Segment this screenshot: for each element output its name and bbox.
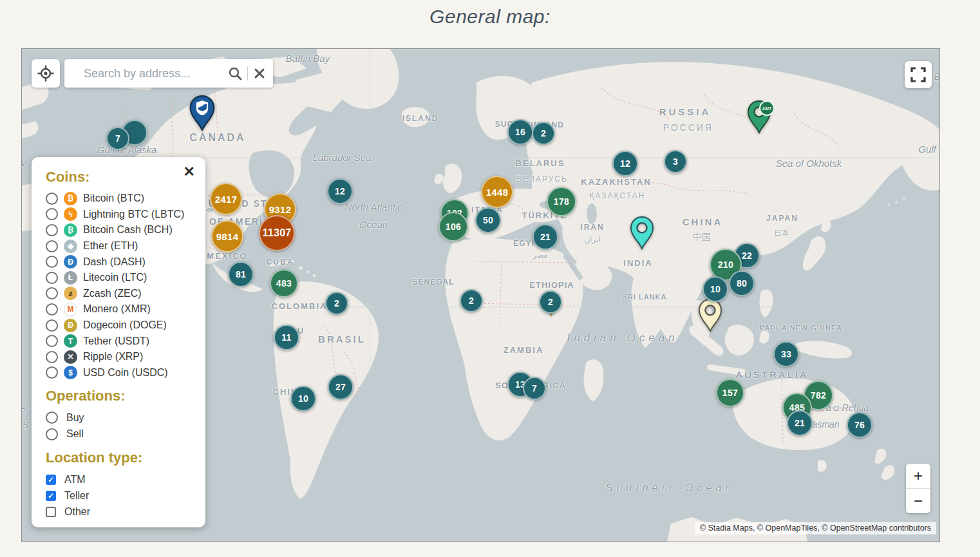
- cluster-marker[interactable]: 2417: [210, 183, 242, 215]
- cluster-marker[interactable]: 10: [702, 276, 728, 302]
- cluster-marker[interactable]: 80: [729, 270, 755, 296]
- cream-pin[interactable]: [698, 299, 722, 332]
- operation-option-sell[interactable]: Sell: [46, 426, 205, 442]
- coin-option-btc[interactable]: ₿Bitcoin (BTC): [46, 191, 205, 207]
- cluster-marker[interactable]: 106: [438, 212, 468, 241]
- coin-option-usdc[interactable]: $USD Coin (USDC): [46, 365, 205, 381]
- location-type-option-other[interactable]: Other: [46, 504, 205, 520]
- cluster-marker[interactable]: 7: [523, 377, 546, 400]
- cluster-marker[interactable]: 10: [290, 386, 316, 411]
- radio-doge[interactable]: [46, 319, 58, 332]
- location-type-heading: Location type:: [46, 449, 205, 466]
- operation-option-buy[interactable]: Buy: [46, 410, 205, 426]
- operator-logo-pin[interactable]: [189, 95, 216, 131]
- ltc-icon: Ł: [64, 271, 77, 285]
- cluster-marker[interactable]: 27: [328, 374, 353, 400]
- radio-btc[interactable]: [46, 193, 58, 205]
- checkbox-teller[interactable]: ✓: [46, 491, 56, 501]
- cluster-marker[interactable]: 2: [325, 292, 348, 315]
- coin-option-bch[interactable]: ₿Bitcoin Cash (BCH): [46, 222, 205, 238]
- btc-icon: ₿: [64, 192, 77, 205]
- cluster-marker[interactable]: 21: [787, 410, 813, 436]
- zoom-out-button[interactable]: −: [906, 489, 930, 513]
- doge-icon: Đ: [64, 319, 77, 332]
- cluster-marker[interactable]: 2: [532, 122, 555, 145]
- location-type-option-atm[interactable]: ✓ATM: [46, 471, 205, 487]
- coin-option-dash[interactable]: ĐDash (DASH): [46, 254, 205, 270]
- operation-label: Sell: [66, 428, 84, 440]
- cluster-marker[interactable]: 9814: [211, 220, 243, 252]
- clear-search-icon[interactable]: [254, 68, 265, 79]
- cluster-marker[interactable]: 12: [612, 151, 638, 176]
- cluster-marker[interactable]: 33: [773, 341, 799, 367]
- coin-option-lbtc[interactable]: ϟLightning BTC (LBTC): [46, 207, 205, 223]
- coin-label: Dogecoin (DOGE): [83, 319, 167, 331]
- radio-xmr[interactable]: [46, 303, 58, 316]
- cluster-marker[interactable]: 50: [475, 207, 501, 233]
- geolocate-button[interactable]: [32, 59, 60, 88]
- coin-label: Bitcoin (BTC): [83, 193, 144, 204]
- coin-option-doge[interactable]: ĐDogecoin (DOGE): [46, 317, 205, 334]
- cluster-marker[interactable]: 76: [847, 412, 872, 438]
- coin-label: Tether (USDT): [83, 335, 149, 347]
- coin-option-xmr[interactable]: MMonero (XMR): [46, 301, 205, 317]
- search-divider: [247, 66, 248, 80]
- radio-ltc[interactable]: [46, 272, 58, 284]
- fullscreen-icon: [910, 67, 926, 82]
- xrp-icon: ✕: [64, 350, 77, 364]
- checkbox-other[interactable]: [46, 507, 56, 517]
- zec-icon: ƶ: [64, 287, 77, 300]
- radio-usdt[interactable]: [46, 335, 58, 347]
- radio-buy[interactable]: [46, 411, 58, 424]
- coin-label: Lightning BTC (LBTC): [83, 209, 184, 220]
- cluster-marker[interactable]: 11307: [259, 215, 295, 251]
- close-panel-button[interactable]: ✕: [184, 165, 195, 179]
- coins-heading: Coins:: [46, 169, 205, 185]
- cluster-marker[interactable]: 7: [106, 127, 129, 150]
- xmr-icon: M: [64, 303, 77, 316]
- cluster-marker[interactable]: 81: [228, 261, 254, 287]
- radio-usdc[interactable]: [46, 366, 58, 379]
- location-type-label: ATM: [64, 474, 86, 486]
- coin-option-xrp[interactable]: ✕Ripple (XRP): [46, 349, 205, 365]
- location-type-option-teller[interactable]: ✓Teller: [46, 487, 205, 504]
- coin-option-eth[interactable]: ◆Ether (ETH): [46, 238, 205, 254]
- radio-lbtc[interactable]: [46, 208, 58, 220]
- checkbox-atm[interactable]: ✓: [46, 475, 56, 485]
- geolocate-icon: [37, 65, 54, 82]
- eth-icon: ◆: [64, 240, 77, 253]
- cluster-marker[interactable]: 16: [507, 119, 533, 145]
- cluster-marker[interactable]: 11: [274, 325, 299, 350]
- location-type-label: Teller: [64, 490, 89, 502]
- cluster-marker[interactable]: 1448: [481, 176, 513, 208]
- cluster-marker[interactable]: 12: [327, 178, 353, 204]
- usdc-icon: $: [64, 366, 77, 379]
- cluster-marker[interactable]: 3: [664, 150, 687, 173]
- map-attribution[interactable]: © Stadia Maps, © OpenMapTiles, © OpenStr…: [695, 522, 936, 534]
- zoom-in-button[interactable]: +: [906, 464, 930, 488]
- cluster-marker[interactable]: 2: [539, 290, 562, 314]
- radio-sell[interactable]: [46, 428, 58, 440]
- open-24-7-badge[interactable]: 24/7: [759, 100, 775, 116]
- location-type-label: Other: [64, 506, 90, 518]
- radio-bch[interactable]: [46, 224, 58, 236]
- search-icon[interactable]: [228, 66, 242, 80]
- cluster-marker[interactable]: 483: [270, 269, 298, 297]
- radio-dash[interactable]: [46, 256, 58, 268]
- cluster-marker[interactable]: 178: [547, 187, 576, 216]
- cluster-marker[interactable]: 157: [716, 379, 744, 407]
- cluster-marker[interactable]: 2: [460, 289, 483, 312]
- bch-icon: ₿: [64, 223, 77, 237]
- map[interactable]: Baffin BayGulf of AlaskaLabrador SeaNort…: [21, 48, 940, 542]
- search-input[interactable]: [64, 67, 228, 80]
- radio-eth[interactable]: [46, 240, 58, 252]
- cluster-marker[interactable]: 21: [532, 224, 558, 250]
- filters-panel: ✕ Coins: ₿Bitcoin (BTC)ϟLightning BTC (L…: [32, 157, 205, 527]
- coin-option-usdt[interactable]: TTether (USDT): [46, 333, 205, 349]
- coin-option-zec[interactable]: ƶZcash (ZEC): [46, 286, 205, 302]
- coin-option-ltc[interactable]: ŁLitecoin (LTC): [46, 270, 205, 286]
- radio-zec[interactable]: [46, 287, 58, 299]
- turquoise-pin[interactable]: [630, 216, 654, 250]
- fullscreen-button[interactable]: [905, 61, 932, 88]
- radio-xrp[interactable]: [46, 351, 58, 363]
